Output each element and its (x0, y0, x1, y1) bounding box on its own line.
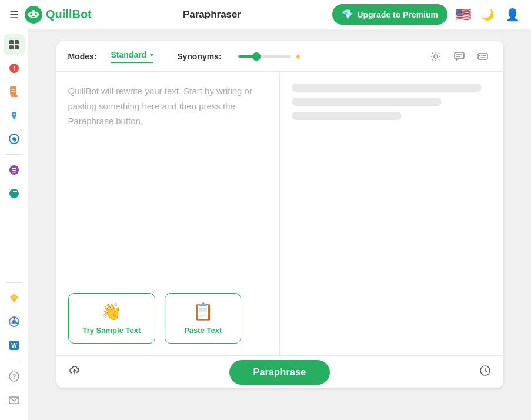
svg-rect-43 (455, 52, 464, 59)
svg-rect-11 (15, 45, 19, 49)
footer-center: Paraphrase (81, 360, 479, 385)
svg-rect-8 (9, 40, 14, 44)
svg-rect-47 (478, 54, 487, 59)
flag-icon: 🇺🇸 (455, 7, 471, 22)
paraphraser-card: Modes: Standard ▾ Synonyms: ♦ (56, 41, 503, 388)
sidebar-item-dashboard[interactable] (4, 34, 25, 55)
svg-rect-5 (32, 10, 35, 12)
sidebar-item-menu-circle[interactable] (4, 159, 25, 181)
svg-rect-48 (479, 55, 480, 56)
slider-thumb (252, 52, 261, 61)
sidebar-item-email[interactable] (4, 389, 25, 411)
nav-right: 💎 Upgrade to Premium 🇺🇸 🌙 👤 (332, 4, 522, 25)
sidebar-divider-3 (6, 361, 22, 361)
svg-rect-16 (11, 89, 15, 90)
settings-icon-button[interactable] (427, 48, 445, 65)
user-button[interactable]: 👤 (503, 5, 522, 24)
chrome-icon (8, 316, 20, 328)
sidebar-divider-1 (6, 154, 22, 155)
sidebar-item-location[interactable] (4, 105, 25, 126)
sample-text-label: Try Sample Text (83, 326, 141, 335)
history-button[interactable] (479, 368, 492, 379)
svg-line-36 (16, 322, 18, 324)
logo-text: QuillBot (46, 8, 92, 21)
svg-rect-26 (12, 172, 16, 173)
quillbot-logo-icon (25, 6, 42, 24)
email-icon (8, 394, 20, 406)
action-buttons: 👋 Try Sample Text 📋 Paste Text (68, 281, 268, 344)
paraphrase-button[interactable]: Paraphrase (229, 360, 329, 385)
svg-rect-7 (38, 13, 39, 16)
home-icon (8, 39, 20, 51)
dark-mode-button[interactable]: 🌙 (478, 5, 497, 24)
card-footer: Paraphrase (56, 355, 503, 388)
at-icon (8, 133, 20, 145)
word-icon: W (8, 339, 20, 351)
hamburger-icon[interactable]: ☰ (9, 8, 19, 21)
history-icon (479, 364, 492, 377)
sidebar-item-alert[interactable]: ! (4, 58, 25, 79)
chevron-down-icon: ▾ (150, 51, 153, 59)
paste-text-button[interactable]: 📋 Paste Text (165, 293, 241, 344)
card-header-actions (427, 48, 492, 65)
svg-rect-17 (11, 91, 15, 92)
synonyms-label: Synonyms: (177, 52, 221, 61)
card-body: QuillBot will rewrite your text. Start b… (56, 72, 503, 355)
sidebar-item-at[interactable] (4, 128, 25, 149)
sidebar-item-document[interactable] (4, 81, 25, 102)
svg-point-33 (12, 320, 16, 324)
settings-icon (430, 51, 441, 62)
svg-point-19 (13, 114, 15, 115)
svg-text:W: W (11, 342, 17, 349)
upload-button[interactable] (68, 364, 81, 380)
mode-selector[interactable]: Standard ▾ (111, 50, 154, 63)
keyboard-icon (477, 51, 488, 62)
nav-left: ☰ QuillBot (9, 6, 92, 24)
document-icon (8, 86, 20, 98)
sidebar-item-help[interactable]: ? (4, 366, 25, 387)
modes-label: Modes: (68, 52, 97, 61)
svg-rect-6 (28, 13, 29, 16)
sidebar-item-word[interactable]: W (4, 335, 25, 356)
svg-rect-51 (485, 55, 486, 56)
svg-rect-24 (12, 168, 16, 169)
flag-button[interactable]: 🇺🇸 (453, 5, 472, 24)
top-nav: ☰ QuillBot Paraphraser 💎 Upgrade to Prem… (0, 0, 531, 29)
svg-text:!: ! (13, 65, 15, 72)
premium-diamond-icon: ♦ (296, 51, 300, 62)
paste-text-label: Paste Text (184, 326, 222, 335)
skeleton-line-3 (292, 112, 402, 120)
upgrade-label: Upgrade to Premium (357, 10, 438, 19)
logo-container: QuillBot (25, 6, 92, 24)
sidebar-item-gem[interactable] (4, 288, 25, 309)
upgrade-button[interactable]: 💎 Upgrade to Premium (332, 4, 447, 25)
svg-rect-52 (480, 57, 485, 58)
sidebar-item-chrome[interactable] (4, 311, 25, 332)
left-panel[interactable]: QuillBot will rewrite your text. Start b… (56, 72, 280, 355)
chat-icon (454, 51, 465, 62)
quote-icon: " " (8, 188, 20, 199)
synonyms-slider[interactable]: ♦ (238, 51, 300, 62)
slider-track (238, 55, 291, 58)
svg-point-3 (35, 13, 37, 15)
menu-circle-icon (8, 164, 20, 176)
svg-rect-9 (15, 40, 19, 44)
main-layout: ! (0, 29, 531, 420)
svg-line-35 (9, 322, 12, 324)
svg-rect-25 (12, 170, 16, 171)
clipboard-icon: 📋 (193, 302, 213, 321)
help-icon: ? (8, 371, 20, 382)
upload-cloud-icon (68, 364, 81, 377)
gem-icon: 💎 (342, 9, 353, 20)
sidebar-bottom: W ? (4, 280, 25, 415)
svg-point-2 (30, 13, 32, 15)
mode-value: Standard (111, 50, 147, 59)
skeleton-line-1 (292, 84, 482, 92)
try-sample-text-button[interactable]: 👋 Try Sample Text (68, 293, 156, 344)
keyboard-icon-button[interactable] (474, 48, 492, 65)
footer-left (68, 364, 81, 380)
chat-icon-button[interactable] (450, 48, 468, 65)
gem-sidebar-icon (8, 292, 20, 304)
sidebar-item-quote[interactable]: " " (4, 183, 25, 204)
user-icon: 👤 (505, 8, 520, 22)
